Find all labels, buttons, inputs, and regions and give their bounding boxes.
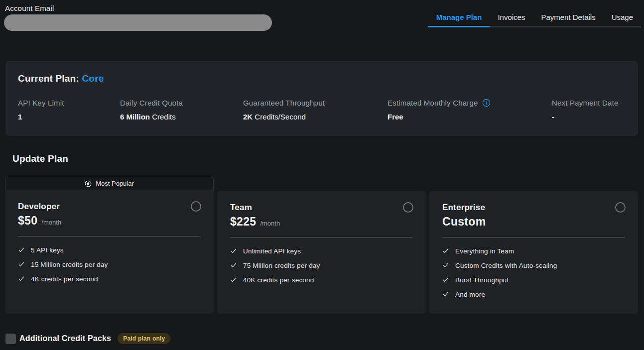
plan-period: /month — [260, 220, 280, 227]
check-icon — [18, 275, 25, 282]
plan-card-body[interactable]: Enterprise Custom Everything in Team Cus… — [429, 191, 638, 314]
feature-item: 4K credits per second — [18, 275, 201, 283]
flame-icon — [85, 180, 92, 187]
stat-guaranteed-throughput: Guaranteed Throughput 2K Credits/Second — [243, 99, 387, 121]
check-icon — [230, 276, 237, 283]
check-icon — [442, 291, 449, 298]
plan-features: Everything in Team Custom Credits with A… — [442, 247, 625, 298]
check-icon — [230, 262, 237, 269]
plan-features: Unlimited API keys 75 Million credits pe… — [230, 247, 413, 284]
feature-item: 75 Million credits per day — [230, 261, 413, 269]
check-icon — [442, 247, 449, 254]
stat-next-payment-date: Next Payment Date - — [552, 99, 626, 121]
additional-credit-packs-label: Additional Credit Packs — [19, 334, 111, 343]
feature-item: 15 Million credits per day — [18, 260, 201, 268]
plan-radio-developer[interactable] — [191, 201, 201, 212]
stat-label: API Key Limit — [18, 99, 120, 107]
additional-credit-packs-row: Additional Credit Packs Paid plan only — [5, 333, 170, 344]
divider — [230, 237, 413, 237]
plan-card-enterprise: Enterprise Custom Everything in Team Cus… — [429, 191, 638, 314]
plans-row: Most Popular Developer $50 /month 5 API … — [5, 177, 638, 314]
check-icon — [18, 261, 25, 268]
stat-value: 6 Million Credits — [120, 113, 243, 121]
divider — [18, 236, 201, 236]
plan-card-developer: Most Popular Developer $50 /month 5 API … — [5, 177, 214, 314]
most-popular-banner: Most Popular — [5, 177, 214, 190]
stat-value: 2K Credits/Second — [243, 113, 387, 121]
feature-item: 40K credits per second — [230, 276, 413, 284]
current-plan-title-prefix: Current Plan: — [18, 73, 79, 84]
feature-text: 40K credits per second — [243, 276, 314, 284]
stat-value: 1 — [18, 113, 120, 121]
account-email-block: Account Email — [5, 4, 272, 31]
plan-radio-enterprise[interactable] — [615, 202, 626, 213]
tab-usage[interactable]: Usage — [604, 0, 641, 27]
feature-text: And more — [455, 291, 485, 298]
check-icon — [230, 247, 237, 254]
plan-price-row: Custom — [442, 215, 625, 229]
most-popular-label: Most Popular — [96, 180, 134, 187]
current-plan-card: Current Plan: Core API Key Limit 1 Daily… — [5, 61, 638, 136]
stat-value: Free — [387, 113, 552, 121]
account-email-input[interactable] — [4, 14, 272, 31]
plan-title: Developer — [18, 202, 201, 212]
stat-label-with-info: Estimated Monthly Charge — [387, 99, 552, 107]
plan-period: /month — [41, 219, 61, 226]
info-icon[interactable] — [482, 99, 491, 107]
feature-text: 4K credits per second — [31, 275, 98, 283]
plan-card-team: Team $225 /month Unlimited API keys 75 M… — [217, 191, 426, 314]
check-icon — [442, 262, 449, 269]
plan-price: $50 — [18, 214, 37, 228]
paid-plan-only-badge: Paid plan only — [118, 333, 170, 344]
stat-estimated-monthly-charge: Estimated Monthly Charge Free — [387, 99, 552, 121]
plan-radio-team[interactable] — [403, 202, 413, 213]
feature-text: 5 API keys — [31, 246, 64, 254]
current-plan-title: Current Plan: Core — [18, 73, 626, 84]
plan-price: $225 — [230, 215, 256, 229]
stat-label: Daily Credit Quota — [120, 99, 243, 107]
account-email-label: Account Email — [5, 4, 272, 12]
feature-item: 5 API keys — [18, 246, 201, 254]
plan-card-body[interactable]: Developer $50 /month 5 API keys 15 Milli… — [5, 190, 214, 314]
billing-tabs: Manage Plan Invoices Payment Details Usa… — [428, 0, 641, 27]
tab-invoices[interactable]: Invoices — [490, 0, 533, 27]
stat-label: Next Payment Date — [552, 99, 626, 107]
feature-item: Custom Credits with Auto-scaling — [442, 261, 625, 269]
stat-daily-credit-quota: Daily Credit Quota 6 Million Credits — [120, 99, 243, 121]
check-icon — [442, 276, 449, 283]
current-plan-name: Core — [82, 73, 104, 84]
plan-price-row: $225 /month — [230, 215, 413, 229]
feature-text: Everything in Team — [455, 247, 514, 255]
update-plan-heading: Update Plan — [12, 153, 68, 164]
tab-payment-details[interactable]: Payment Details — [533, 0, 603, 27]
feature-item: And more — [442, 290, 625, 298]
plan-title: Enterprise — [442, 203, 625, 213]
stat-api-key-limit: API Key Limit 1 — [18, 99, 120, 121]
plan-card-body[interactable]: Team $225 /month Unlimited API keys 75 M… — [217, 191, 426, 314]
check-icon — [18, 246, 25, 253]
feature-item: Everything in Team — [442, 247, 625, 255]
feature-item: Unlimited API keys — [230, 247, 413, 255]
divider — [442, 237, 625, 237]
feature-text: Burst Throughput — [455, 276, 509, 284]
feature-text: Unlimited API keys — [243, 247, 301, 255]
stat-value: - — [552, 113, 626, 121]
plan-title: Team — [230, 203, 413, 213]
plan-price-row: $50 /month — [18, 214, 201, 228]
plan-features: 5 API keys 15 Million credits per day 4K… — [18, 246, 201, 283]
tab-manage-plan[interactable]: Manage Plan — [428, 0, 490, 27]
feature-text: Custom Credits with Auto-scaling — [455, 262, 557, 269]
additional-credit-packs-checkbox[interactable] — [5, 334, 16, 344]
plan-price: Custom — [442, 215, 486, 229]
feature-text: 75 Million credits per day — [243, 262, 320, 269]
feature-text: 15 Million credits per day — [31, 261, 108, 268]
feature-item: Burst Throughput — [442, 276, 625, 284]
billing-page: Account Email Manage Plan Invoices Payme… — [0, 0, 644, 350]
current-plan-stats: API Key Limit 1 Daily Credit Quota 6 Mil… — [18, 99, 626, 121]
stat-label: Guaranteed Throughput — [243, 99, 387, 107]
